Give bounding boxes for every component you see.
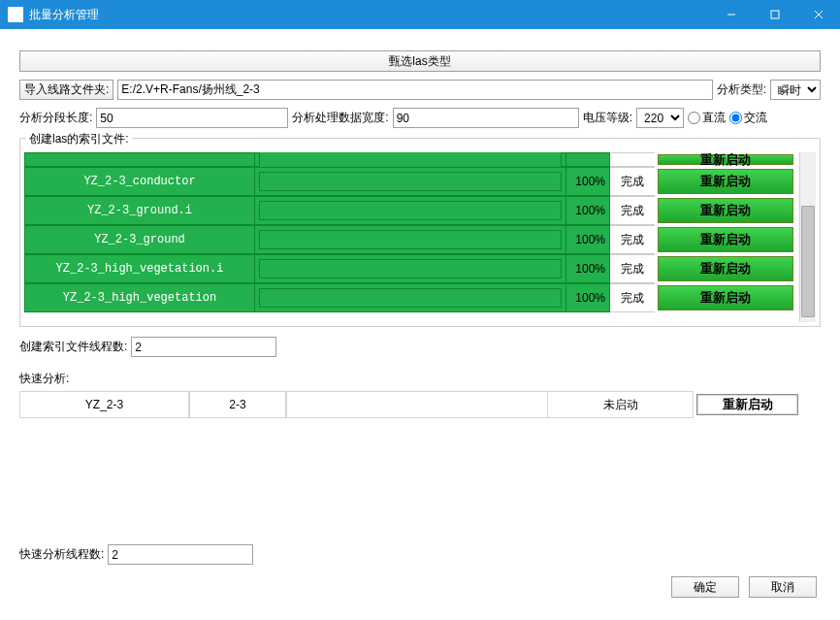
cancel-button[interactable]: 取消 [749,576,817,598]
index-scroll-thumb[interactable] [801,206,815,317]
dc-radio[interactable] [688,112,700,124]
voltage-level-select[interactable]: 220 [636,108,684,128]
ac-radio-label: 交流 [744,110,767,126]
minimize-button[interactable] [709,0,753,29]
index-threads-input[interactable] [131,337,276,357]
fast-threads-label: 快速分析线程数: [19,546,104,563]
import-folder-button[interactable]: 导入线路文件夹: [19,80,113,100]
status-cell: 完成 [610,167,655,196]
index-name-cell: YZ_2-3_high_vegetation.i [24,254,255,283]
progress-bar [259,288,562,308]
index-threads-label: 创建索引文件线程数: [19,339,127,355]
voltage-level-label: 电压等级: [583,110,632,126]
progress-bar [259,230,562,249]
fast-name-cell: YZ_2-3 [19,391,189,418]
window-title: 批量分析管理 [29,7,709,23]
progress-cell [255,283,565,312]
analysis-type-select[interactable]: 瞬时 [770,80,821,100]
data-width-label: 分析处理数据宽度: [292,110,388,126]
index-row-partial: 重新启动 [24,152,799,167]
restart-button[interactable]: 重新启动 [658,227,793,252]
ac-radio[interactable] [729,112,742,124]
index-name-cell [24,152,255,167]
index-row: YZ_2-3_conductor100%完成重新启动 [24,167,799,196]
fast-analysis-table: YZ_2-32-3未启动重新启动 [19,391,821,535]
index-row: YZ_2-3_high_vegetation.i100%完成重新启动 [24,254,799,283]
index-table: 重新启动YZ_2-3_conductor100%完成重新启动YZ_2-3_gro… [24,152,799,322]
progress-cell [255,254,565,283]
maximize-button[interactable] [753,0,796,29]
status-cell: 完成 [610,196,655,225]
import-folder-path-input[interactable] [117,80,712,100]
progress-cell [255,196,565,225]
fast-threads-input[interactable] [108,544,253,565]
fast-analysis-label: 快速分析: [19,371,821,387]
svg-rect-1 [771,11,779,18]
progress-bar [259,259,562,278]
status-cell: 完成 [610,254,655,283]
ok-button[interactable]: 确定 [671,576,739,598]
index-name-cell: YZ_2-3_high_vegetation [24,283,255,312]
progress-cell [255,152,565,167]
progress-cell [255,225,565,254]
restart-button[interactable]: 重新启动 [658,154,793,165]
status-cell: 完成 [610,225,655,254]
analysis-type-label: 分析类型: [717,82,766,98]
index-name-cell: YZ_2-3_conductor [24,167,255,196]
app-icon [8,7,23,22]
fast-progress-cell [286,391,548,418]
dc-radio-wrap[interactable]: 直流 [688,110,726,126]
dc-radio-label: 直流 [702,110,726,126]
index-group-label: 创建las的索引文件: [26,131,132,147]
fast-restart-button[interactable]: 重新启动 [696,394,798,415]
restart-button[interactable]: 重新启动 [658,169,793,194]
index-row: YZ_2-3_high_vegetation100%完成重新启动 [24,283,799,312]
progress-bar [259,172,562,191]
index-name-cell: YZ_2-3_ground [24,225,255,254]
percent-cell: 100% [565,167,610,196]
fast-status-cell: 未启动 [548,391,694,418]
status-cell [610,152,655,167]
segment-length-input[interactable] [96,108,288,128]
restart-button[interactable]: 重新启动 [658,285,793,310]
restart-button[interactable]: 重新启动 [658,198,793,223]
index-group: 创建las的索引文件: 重新启动YZ_2-3_conductor100%完成重新… [19,138,821,327]
progress-cell [255,167,565,196]
index-row: YZ_2-3_ground100%完成重新启动 [24,225,799,254]
percent-cell: 100% [565,254,610,283]
percent-cell [565,152,610,167]
fast-seg-cell: 2-3 [189,391,286,418]
fast-row: YZ_2-32-3未启动重新启动 [19,391,821,418]
restart-button[interactable]: 重新启动 [658,256,793,281]
percent-cell: 100% [565,196,610,225]
close-button[interactable] [796,0,840,29]
index-scrollbar[interactable] [799,152,816,322]
filter-las-type-button[interactable]: 甄选las类型 [19,50,821,72]
ac-radio-wrap[interactable]: 交流 [729,110,767,126]
titlebar: 批量分析管理 [0,0,840,29]
index-row: YZ_2-3_ground.i100%完成重新启动 [24,196,799,225]
segment-length-label: 分析分段长度: [19,110,92,126]
percent-cell: 100% [565,283,610,312]
data-width-input[interactable] [393,108,579,128]
progress-bar [259,201,562,220]
status-cell: 完成 [610,283,655,312]
percent-cell: 100% [565,225,610,254]
index-name-cell: YZ_2-3_ground.i [24,196,255,225]
